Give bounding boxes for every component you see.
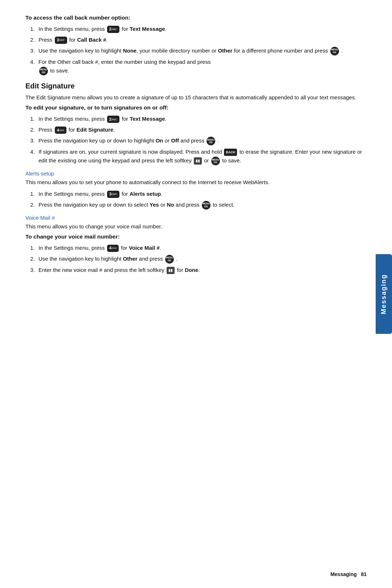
voice-mail-intro: This menu allows you to change your voic… xyxy=(25,222,367,231)
step-vm-1: In the Settings menu, press 4GHI for Voi… xyxy=(36,244,367,252)
step-vm-2: Use the navigation key to highlight Othe… xyxy=(36,254,367,264)
step-cb-4: For the Other call back #, enter the num… xyxy=(36,58,367,75)
call-back-steps: In the Settings menu, press 2ABC for Tex… xyxy=(36,25,367,75)
step-es-3: Press the navigation key up or down to h… xyxy=(36,136,367,145)
sidebar-tab: Messaging xyxy=(376,254,392,334)
key-3-def-2: 3DEF xyxy=(107,191,119,198)
call-back-heading: To access the call back number option: xyxy=(25,15,367,21)
softkey-icon-2: ▮▮ xyxy=(167,267,175,274)
back-key-icon: BACK xyxy=(224,149,237,156)
step-as-2: Press the navigation key up or down to s… xyxy=(36,200,367,210)
section-call-back: To access the call back number option: I… xyxy=(25,15,367,75)
footer: Messaging 81 xyxy=(330,571,367,577)
alerts-setup-bold: Alerts setup xyxy=(130,191,161,197)
step-vm-3: Enter the new voice mail # and press the… xyxy=(36,266,367,274)
voice-mail-bold: Voice Mail # xyxy=(129,245,160,251)
key-4-ghi-2: 4GHI xyxy=(107,245,119,252)
menu-ok-icon-6: MENUOK xyxy=(165,255,174,264)
text-msg-bold-2: Text Message xyxy=(130,116,165,122)
step-cb-1: In the Settings menu, press 2ABC for Tex… xyxy=(36,25,367,33)
edit-sig-bold: Edit Signature xyxy=(77,127,114,133)
edit-signature-intro: The Edit Signature menu allows you to cr… xyxy=(25,93,367,102)
footer-label: Messaging xyxy=(330,571,356,577)
no-bold: No xyxy=(167,202,174,208)
voice-mail-link[interactable]: Voice Mail # xyxy=(25,215,367,221)
text-message-bold: Text Message xyxy=(130,26,165,32)
step-cb-1-text: In the Settings menu, press xyxy=(38,26,106,32)
step-es-2: Press 4GHI for Edit Signature. xyxy=(36,125,367,134)
step-es-4: If signatures are on, your current signa… xyxy=(36,148,367,165)
edit-sig-subheading: To edit your signature, or to turn signa… xyxy=(25,104,367,111)
other-bold-2: Other xyxy=(123,256,138,262)
done-bold: Done xyxy=(185,267,199,273)
yes-bold: Yes xyxy=(150,202,159,208)
off-bold: Off xyxy=(171,137,179,144)
edit-signature-section: Edit Signature The Edit Signature menu a… xyxy=(25,82,367,165)
menu-ok-icon-4: MENUOK xyxy=(211,157,220,165)
edit-signature-title: Edit Signature xyxy=(25,82,367,90)
alerts-setup-intro: This menu allows you to set your phone t… xyxy=(25,178,367,186)
menu-ok-icon-5: MENUOK xyxy=(202,201,211,210)
key-4-ghi: 4GHI xyxy=(55,127,66,134)
menu-ok-icon-1: MENUOK xyxy=(330,47,339,55)
edit-sig-steps: In the Settings menu, press 2ABC for Tex… xyxy=(36,115,367,165)
sidebar-label: Messaging xyxy=(380,274,388,314)
key-2-abc-2: 2ABC xyxy=(107,116,120,123)
call-back-bold: Call Back # xyxy=(77,37,106,43)
alerts-steps: In the Settings menu, press 3DEF for Ale… xyxy=(36,190,367,210)
footer-page: 81 xyxy=(361,571,367,577)
key-2-abc: 2ABC xyxy=(107,26,120,33)
step-cb-3: Use the navigation key to highlight None… xyxy=(36,46,367,55)
other-bold: Other xyxy=(218,47,232,54)
menu-ok-icon-3: MENUOK xyxy=(207,137,215,145)
step-as-1: In the Settings menu, press 3DEF for Ale… xyxy=(36,190,367,198)
alerts-setup-link[interactable]: Alerts setup xyxy=(25,170,367,177)
voice-mail-section: Voice Mail # This menu allows you to cha… xyxy=(25,215,367,274)
key-3-def: 3DEF xyxy=(55,37,67,44)
voice-mail-steps: In the Settings menu, press 4GHI for Voi… xyxy=(36,244,367,274)
softkey-icon-1: ▮▮ xyxy=(194,157,202,165)
menu-ok-icon-2: MENUOK xyxy=(39,67,48,75)
voice-mail-subheading: To change your voice mail number: xyxy=(25,233,367,240)
step-cb-2: Press 3DEF for Call Back #. xyxy=(36,36,367,44)
alerts-setup-section: Alerts setup This menu allows you to set… xyxy=(25,170,367,209)
step-es-1: In the Settings menu, press 2ABC for Tex… xyxy=(36,115,367,123)
none-bold: None xyxy=(123,47,137,54)
on-bold: On xyxy=(156,137,163,144)
page-content: To access the call back number option: I… xyxy=(0,0,392,307)
